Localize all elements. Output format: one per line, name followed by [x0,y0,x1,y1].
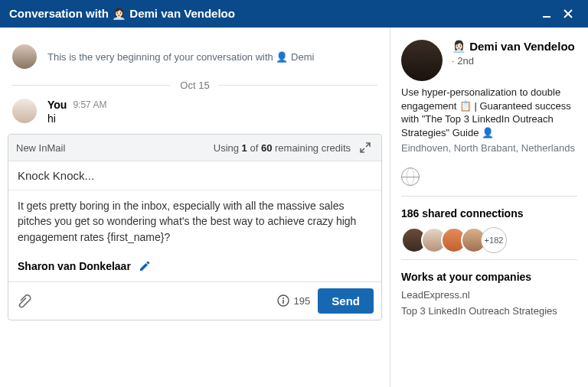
subject-input[interactable]: Knock Knock... [8,161,381,190]
message-text: hi [47,112,106,125]
shared-connections-title[interactable]: 186 shared connections [401,207,577,220]
info-icon [277,294,289,307]
svg-rect-5 [283,300,284,304]
body-input[interactable]: It gets pretty boring in the inbox, espe… [8,190,381,255]
message-author: You [47,99,67,111]
profile-avatar[interactable] [401,40,443,81]
globe-icon[interactable] [401,167,420,186]
send-button[interactable]: Send [318,288,374,314]
window-header: Conversation with 👩🏻‍💼 Demi van Vendeloo [0,0,588,28]
profile-pane: 👩🏻‍💼 Demi van Vendeloo · 2nd Use hyper-p… [390,28,588,387]
attach-icon[interactable] [16,293,31,308]
from-name: Sharon van Donkelaar [18,260,131,272]
profile-headline: Use hyper-personalization to double enga… [401,86,577,139]
close-button[interactable] [557,3,579,24]
window-title: Conversation with 👩🏻‍💼 Demi van Vendeloo [9,7,536,21]
message-time: 9:57 AM [73,99,106,110]
svg-point-4 [283,298,284,299]
composer: New InMail Using 1 of 60 remaining credi… [8,134,382,320]
date-separator: Oct 15 [0,75,390,99]
message-row: You 9:57 AM hi [0,99,390,131]
conversation-begin-text: This is the very beginning of your conve… [47,51,314,63]
shared-connections-row[interactable]: +182 [401,227,577,253]
conversation-pane: This is the very beginning of your conve… [0,28,390,387]
works-at-title: Works at your companies [401,271,577,283]
edit-from-icon[interactable] [139,260,151,272]
minimize-button[interactable] [536,3,557,24]
connection-degree: · 2nd [452,55,577,67]
expand-icon[interactable] [357,139,374,156]
profile-name[interactable]: 👩🏻‍💼 Demi van Vendeloo [452,40,577,54]
self-avatar [12,99,37,123]
company-link[interactable]: LeadExpress.nl [401,289,577,301]
contact-avatar [12,44,37,69]
profile-location: Eindhoven, North Brabant, Netherlands [401,142,577,154]
char-count: 195 [277,294,311,307]
company-link[interactable]: Top 3 LinkedIn Outreach Strategies [401,305,577,317]
more-connections-badge[interactable]: +182 [481,227,507,253]
composer-type-label: New InMail [16,142,65,154]
credits-remaining: Using 1 of 60 remaining credits [65,142,351,154]
